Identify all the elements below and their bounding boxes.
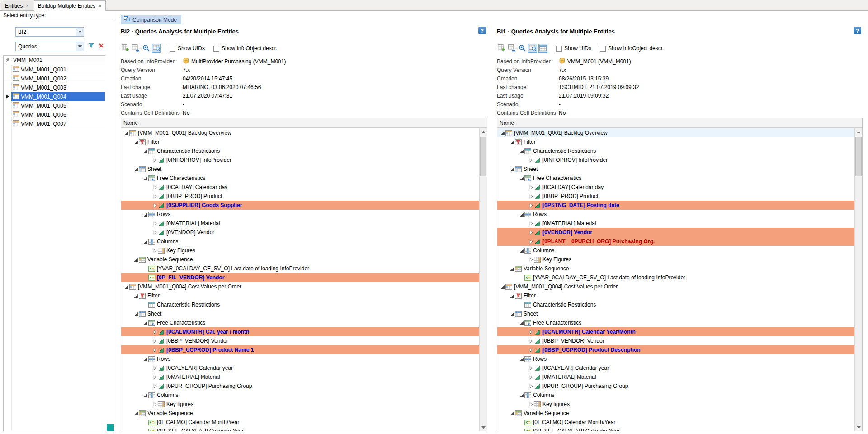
collapse-icon[interactable] [519,148,524,154]
tree-row[interactable]: [YVAR_0CALDAY_CE_SV_O] Last date of load… [497,273,854,282]
tree-row[interactable]: Key figures [497,400,854,409]
entity-kind-combo[interactable]: Queries [15,42,84,51]
expand-icon[interactable] [152,203,158,208]
collapse-icon[interactable] [509,266,515,272]
tree-row[interactable]: [0VENDOR] Vendor [497,228,854,237]
zoom-button[interactable] [518,44,527,53]
tree-row[interactable]: [0MATERIAL] Material [121,219,479,228]
collapse-icon[interactable] [142,148,148,154]
tree-row[interactable]: [0BBP_PROD] Product [121,192,479,201]
tree-row[interactable]: Variable Sequence [497,409,854,418]
scroll-up-icon[interactable] [855,128,862,136]
collapse-icon[interactable] [133,311,139,317]
checkbox-show-uids[interactable]: Show UIDs [556,45,591,52]
transfer-grid-button[interactable] [131,44,140,53]
tree-row[interactable]: [0INFOPROV] InfoProvider [121,156,479,165]
collapse-icon[interactable] [133,293,139,299]
export-grid-button[interactable] [121,44,130,53]
expand-icon[interactable] [152,347,158,353]
collapse-icon[interactable] [133,166,139,172]
expand-icon[interactable] [528,365,534,371]
clear-filter-button[interactable] [97,42,106,51]
expand-icon[interactable] [152,374,158,380]
vertical-scrollbar[interactable] [854,128,862,431]
expand-icon[interactable] [152,329,158,335]
tree-row[interactable]: Sheet [121,309,479,318]
collapse-icon[interactable] [123,284,129,290]
tab-entities[interactable]: Entities× [1,1,33,10]
tree-row[interactable]: [0BBP_VENDOR] Vendor [121,336,479,345]
tree-row[interactable]: Key Figures [497,255,854,264]
collapse-icon[interactable] [133,139,139,145]
tree-row[interactable]: Characteristic Restrictions [497,300,854,309]
collapse-icon[interactable] [519,392,524,398]
tree-row[interactable]: [0CALDAY] Calendar day [121,183,479,192]
tree-row[interactable]: [VMM_M001_Q001] Backlog Overview [121,128,479,137]
grid-search-button[interactable] [528,44,537,53]
collapse-icon[interactable] [123,130,129,136]
grid-columns-button[interactable] [538,44,547,53]
tree-row[interactable]: [0BBP_UCPROD] Product Name 1 [121,345,479,354]
collapse-icon[interactable] [519,320,524,326]
tree-row[interactable]: Sheet [121,165,479,174]
tree-row[interactable]: [0P_FIL_VENDOR] Vendor [121,273,479,282]
expand-icon[interactable] [528,203,534,208]
help-icon[interactable]: ? [478,27,486,34]
checkbox-box[interactable] [213,46,219,52]
tree-row[interactable]: Free Characteristics [121,318,479,327]
expand-icon[interactable] [528,401,534,407]
tree-row[interactable]: Columns [121,391,479,400]
tree-row[interactable]: [0CALMONTH] Cal. year / month [121,327,479,336]
tree-row[interactable]: [0MATERIAL] Material [121,373,479,382]
scroll-down-icon[interactable] [480,424,487,431]
vertical-scrollbar[interactable] [479,128,487,431]
tree-row[interactable]: Columns [121,237,479,246]
collapse-icon[interactable] [133,257,139,263]
tree-row[interactable]: [0I_CALMO] Calendar Month/Year [121,418,479,427]
expand-icon[interactable] [528,157,534,163]
tab-buildup-multiple-entities[interactable]: Buildup Multiple Entities× [34,0,106,11]
sidebar-item-vmm-m001-q002[interactable]: VMM_M001_Q002 [4,74,105,83]
grid-search-button[interactable] [152,44,161,53]
tree-row[interactable]: Free Characteristics [497,318,854,327]
checkbox-box[interactable] [600,46,606,52]
collapse-icon[interactable] [509,293,515,299]
tree-row[interactable]: [0CALYEAR] Calendar year [121,363,479,373]
collapse-icon[interactable] [500,130,505,136]
collapse-icon[interactable] [509,139,515,145]
collapse-icon[interactable] [509,311,515,317]
scroll-thumb[interactable] [480,137,486,176]
tree-row[interactable]: Characteristic Restrictions [497,146,854,156]
collapse-icon[interactable] [500,284,505,290]
expand-icon[interactable] [152,401,158,407]
expand-icon[interactable] [152,383,158,389]
tree-row[interactable]: [0MATERIAL] Material [497,219,854,228]
tree-row[interactable]: [VMM_M001_Q001] Backlog Overview [497,128,854,137]
expand-icon[interactable] [152,184,158,190]
expand-icon[interactable] [152,193,158,199]
collapse-icon[interactable] [133,410,139,416]
comparison-mode-button[interactable]: Comparison Mode [121,15,181,24]
tree-row[interactable]: Rows [497,354,854,363]
tree-row[interactable]: [0BBP_VENDOR] Vendor [497,336,854,345]
sidebar-item-vmm-m001-q007[interactable]: VMM_M001_Q007 [4,119,105,128]
tree-row[interactable]: Filter [497,291,854,300]
expand-icon[interactable] [528,329,534,335]
sidebar-item-vmm-m001-q004[interactable]: VMM_M001_Q004 [4,92,105,101]
expand-icon[interactable] [152,221,158,226]
expand-icon[interactable] [152,248,158,254]
tree-row[interactable]: [0CALYEAR] Calendar year [497,363,854,373]
expand-icon[interactable] [528,184,534,190]
chevron-down-icon[interactable] [76,28,84,36]
tree-row[interactable]: Characteristic Restrictions [121,300,479,309]
sidebar-item-vmm-m001-q006[interactable]: VMM_M001_Q006 [4,110,105,119]
expand-icon[interactable] [528,257,534,263]
tree-row[interactable]: [0PUR_GROUP] Purchasing Group [497,382,854,391]
tree-row[interactable]: [0P_SEL_CALYEAR] Calendar Year [497,427,854,431]
sidebar-item-vmm-m001-q001[interactable]: VMM_M001_Q001 [4,65,105,74]
expand-icon[interactable] [528,383,534,389]
system-combo[interactable]: BI2 [15,27,84,37]
checkbox-box[interactable] [556,46,562,52]
scroll-thumb[interactable] [855,137,862,176]
expand-icon[interactable] [528,230,534,236]
